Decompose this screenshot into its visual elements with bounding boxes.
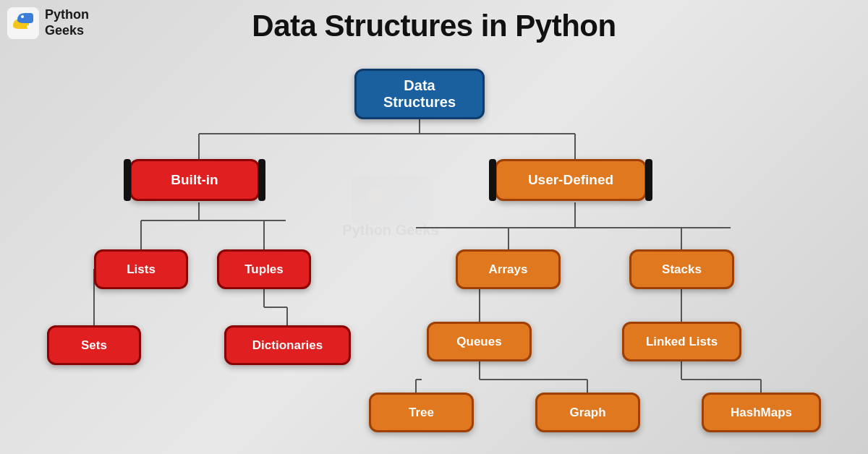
node-root: Data Structures xyxy=(354,69,485,119)
node-graph: Graph xyxy=(535,393,640,432)
node-sets: Sets xyxy=(47,325,141,365)
node-stacks: Stacks xyxy=(629,249,734,289)
node-hashmaps: HashMaps xyxy=(702,393,821,432)
node-builtin-wrap: Built-in xyxy=(124,159,265,201)
svg-point-2 xyxy=(27,25,30,28)
svg-point-1 xyxy=(21,15,24,18)
page-title: Data Structures in Python xyxy=(0,0,868,43)
node-tuples: Tuples xyxy=(217,249,311,289)
node-dicts: Dictionaries xyxy=(224,325,351,365)
python-geeks-logo-icon xyxy=(6,6,41,40)
node-builtin: Built-in xyxy=(129,159,260,201)
logo: Python Geeks xyxy=(6,6,89,40)
node-queues: Queues xyxy=(427,322,532,361)
node-linkedlists: Linked Lists xyxy=(622,322,741,361)
node-userdefined-wrap: User-Defined xyxy=(489,159,652,201)
diagram: Data Structures Built-in User-Defined Li… xyxy=(0,54,868,454)
node-userdefined: User-Defined xyxy=(495,159,647,201)
logo-text: Python Geeks xyxy=(45,7,89,38)
node-lists: Lists xyxy=(94,249,188,289)
node-tree: Tree xyxy=(369,393,474,432)
node-arrays: Arrays xyxy=(456,249,561,289)
